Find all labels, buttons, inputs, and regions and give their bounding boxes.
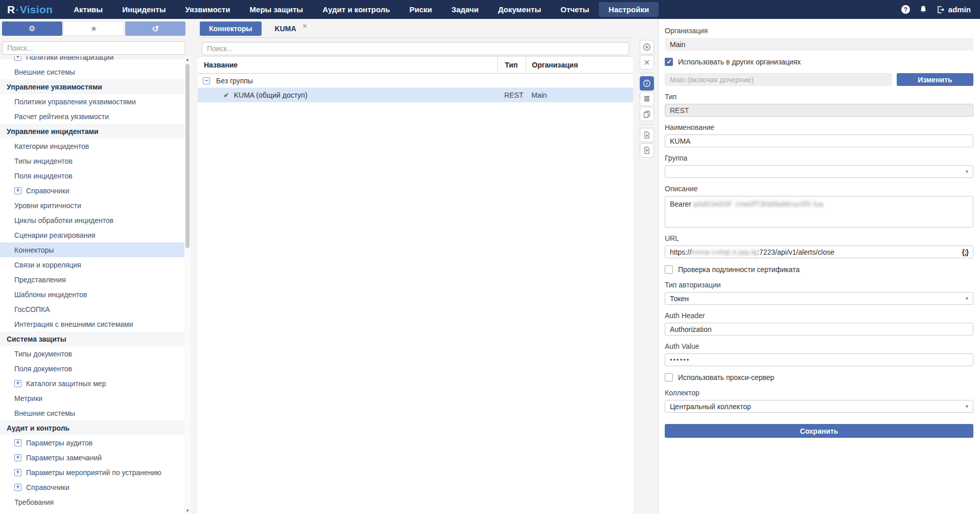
user-menu[interactable]: admin	[937, 5, 971, 14]
expand-plus-icon[interactable]	[14, 469, 21, 476]
auth-value-input[interactable]: ••••••	[665, 353, 973, 366]
sidebar-item[interactable]: Метрики	[0, 391, 184, 406]
sidebar-tab-favorites[interactable]	[63, 21, 125, 36]
sidebar-item[interactable]: Параметры мероприятий по устранению	[0, 465, 184, 480]
delete-button[interactable]	[640, 55, 654, 70]
nav-item-mery-zashchity[interactable]: Меры защиты	[240, 2, 313, 17]
connectors-search-input[interactable]	[202, 42, 629, 55]
column-header-name[interactable]: Название	[198, 57, 497, 73]
file-upload-icon	[643, 146, 651, 154]
auth-header-value: Authorization	[670, 325, 712, 333]
sidebar-item[interactable]: Политики инвентаризации	[0, 56, 184, 64]
description-textarea[interactable]: Bearer a0d53Ah0F 1Ha5fT3hbfdaMruc0f0 lua	[665, 196, 973, 228]
import-button[interactable]	[640, 143, 654, 158]
help-icon[interactable]	[901, 5, 910, 14]
sidebar-item[interactable]: Требования	[0, 495, 184, 509]
list-view-button[interactable]	[640, 92, 654, 106]
sidebar-item[interactable]: Уровни критичности	[0, 198, 184, 213]
sidebar-item[interactable]: Циклы обработки инцидентов	[0, 213, 184, 228]
nav-item-nastroyki[interactable]: Настройки	[599, 2, 659, 17]
scrollbar-thumb[interactable]	[185, 64, 190, 248]
nav-item-dokumenty[interactable]: Документы	[488, 2, 551, 17]
main-nav: Активы Инциденты Уязвимости Меры защиты …	[64, 0, 659, 19]
nav-item-audit-i-kontrol[interactable]: Аудит и контроль	[313, 2, 400, 17]
nav-item-otchety[interactable]: Отчеты	[551, 2, 599, 17]
url-input[interactable]: https:// kvma-cvhql.it.jaq.lq :7223/api/…	[665, 245, 973, 258]
export-button[interactable]	[640, 128, 654, 142]
sidebar-section-header: Управление инцидентами	[0, 124, 184, 139]
nav-item-zadachi[interactable]: Задачи	[442, 2, 488, 17]
proxy-checkbox[interactable]: Использовать прокси-сервер	[665, 373, 973, 382]
nav-item-uyazvimosti[interactable]: Уязвимости	[176, 2, 240, 17]
section-label: Управление инцидентами	[7, 127, 99, 136]
sidebar-item[interactable]: Справочники	[0, 480, 184, 495]
nav-item-aktivy[interactable]: Активы	[64, 2, 112, 17]
sidebar-item[interactable]: Типы инцидентов	[0, 153, 184, 168]
sidebar-item[interactable]: Поля документов	[0, 361, 184, 376]
name-input[interactable]: KUMA	[665, 135, 973, 147]
change-button[interactable]: Изменить	[897, 73, 973, 86]
sidebar-item-label: Уровни критичности	[14, 202, 81, 210]
table-row-kuma[interactable]: KUMA (общий доступ) REST Main	[198, 88, 633, 102]
expand-plus-icon[interactable]	[14, 439, 21, 446]
toolbar-divider	[640, 124, 654, 125]
collector-value: Центральный коллектор	[670, 403, 751, 411]
expand-plus-icon[interactable]	[14, 187, 21, 194]
collector-select[interactable]: Центральный коллектор	[665, 400, 973, 413]
info-button[interactable]	[640, 76, 654, 91]
sidebar-item[interactable]: Параметры замечаний	[0, 450, 184, 465]
collapse-minus-icon[interactable]	[203, 77, 210, 84]
auth-header-input[interactable]: Authorization	[665, 323, 973, 336]
expand-plus-icon[interactable]	[14, 484, 21, 491]
column-header-type[interactable]: Тип	[497, 57, 526, 73]
use-in-orgs-checkbox[interactable]: Использовать в других организациях	[665, 58, 973, 66]
sidebar-item[interactable]: Представления	[0, 272, 184, 287]
insert-variable-icon[interactable]: {;}	[962, 248, 968, 256]
sidebar-item[interactable]: Внешние системы	[0, 406, 184, 420]
sidebar-item-label: Категории инцидентов	[14, 142, 89, 150]
tab-konnektory[interactable]: Коннекторы	[200, 21, 262, 36]
cert-check-checkbox[interactable]: Проверка подлинности сертификата	[665, 265, 973, 274]
sidebar-item[interactable]: Поля инцидентов	[0, 168, 184, 183]
sidebar-item[interactable]: Параметры аудитов	[0, 435, 184, 450]
expand-plus-icon[interactable]	[14, 380, 21, 387]
sidebar-item[interactable]: ГосСОПКА	[0, 302, 184, 317]
sidebar-item[interactable]: К	[0, 509, 184, 514]
expand-plus-icon[interactable]	[14, 56, 21, 61]
sidebar-search-input[interactable]	[2, 41, 185, 55]
sidebar-item[interactable]: Интеграция с внешними системами	[0, 317, 184, 331]
sidebar-item-label: Справочники	[26, 483, 69, 491]
save-button[interactable]: Сохранить	[665, 424, 973, 438]
close-icon[interactable]	[302, 23, 308, 30]
sidebar-tab-history[interactable]	[125, 21, 185, 36]
auth-type-select[interactable]: Токен	[665, 292, 973, 305]
check-icon	[223, 91, 229, 99]
nav-item-intsidenty[interactable]: Инциденты	[112, 2, 175, 17]
scroll-up-icon[interactable]	[184, 56, 191, 63]
sidebar-item[interactable]: Шаблоны инцидентов	[0, 287, 184, 302]
sidebar-item[interactable]: Связи и корреляция	[0, 257, 184, 272]
scroll-down-icon[interactable]	[184, 507, 191, 514]
sidebar-item[interactable]: Политики управления уязвимостями	[0, 94, 184, 109]
add-button[interactable]	[640, 40, 654, 54]
sidebar-item[interactable]: Внешние системы	[0, 64, 184, 79]
column-header-org[interactable]: Организация	[526, 57, 633, 73]
sidebar-tab-settings[interactable]	[2, 21, 62, 36]
tab-kuma[interactable]: KUMA	[262, 21, 312, 36]
sidebar-item[interactable]: Каталоги защитных мер	[0, 376, 184, 391]
sidebar-item[interactable]: Категории инцидентов	[0, 139, 184, 153]
nav-item-riski[interactable]: Риски	[400, 2, 441, 17]
history-icon	[152, 24, 158, 34]
sidebar-item-label: Шаблоны инцидентов	[14, 290, 87, 299]
sidebar-scrollbar[interactable]	[184, 56, 191, 514]
expand-plus-icon[interactable]	[14, 454, 21, 461]
notifications-bell-icon[interactable]	[919, 5, 927, 14]
sidebar-item-konnektory[interactable]: Коннекторы	[0, 242, 184, 257]
group-select[interactable]	[665, 165, 973, 178]
sidebar-item[interactable]: Справочники	[0, 183, 184, 198]
sidebar-item[interactable]: Типы документов	[0, 346, 184, 361]
table-group-row[interactable]: Без группы	[198, 74, 633, 88]
sidebar-item[interactable]: Сценарии реагирования	[0, 228, 184, 242]
copy-button[interactable]	[640, 107, 654, 121]
sidebar-item[interactable]: Расчет рейтинга уязвимости	[0, 109, 184, 124]
